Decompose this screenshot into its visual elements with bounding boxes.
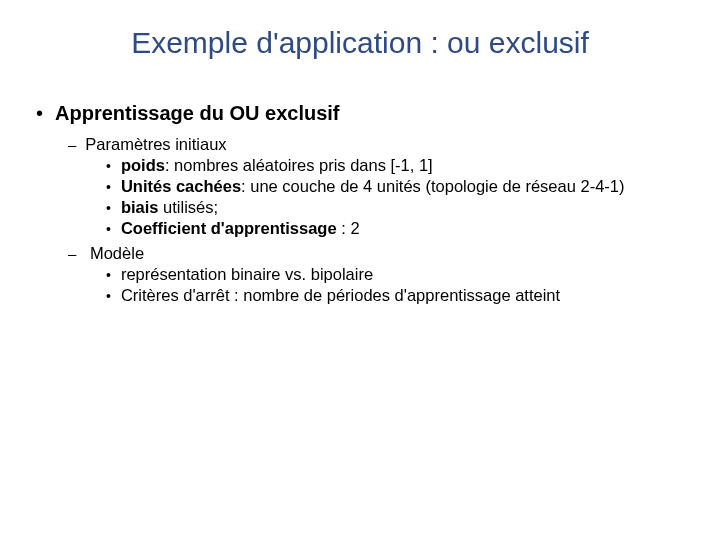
bullet-level3: • Unités cachées: une couche de 4 unités… [106,177,690,196]
bold-term: Coefficient d'apprentissage [121,219,337,237]
bullet-level3: • Coefficient d'apprentissage : 2 [106,219,690,238]
sub2-text: représentation binaire vs. bipolaire [121,265,373,284]
bullet-level3: • biais utilisés; [106,198,690,217]
dash-bullet: – [68,245,76,262]
sub2-text: biais utilisés; [121,198,218,217]
sub2-text: Critères d'arrêt : nombre de périodes d'… [121,286,560,305]
rest-text: : nombres aléatoires pris dans [-1, 1] [165,156,433,174]
bullet-level3: • représentation binaire vs. bipolaire [106,265,690,284]
bullet-level2: – Paramètres initiaux [68,135,690,154]
dot-bullet: • [106,180,111,194]
bold-term: biais [121,198,159,216]
rest-text: : une couche de 4 unités (topologie de r… [241,177,624,195]
bold-term: poids [121,156,165,174]
sub2-text: poids: nombres aléatoires pris dans [-1,… [121,156,433,175]
rest-text: : 2 [337,219,360,237]
sub2-text: Unités cachées: une couche de 4 unités (… [121,177,625,196]
dot-bullet: • [106,289,111,303]
bullet-dot: • [36,103,43,123]
slide-title: Exemple d'application : ou exclusif [30,26,690,60]
sub2-text: Coefficient d'apprentissage : 2 [121,219,360,238]
dot-bullet: • [106,222,111,236]
dot-bullet: • [106,268,111,282]
sub1b-text: Modèle [90,244,144,262]
sub1a-label: Paramètres initiaux [85,135,226,154]
dot-bullet: • [106,201,111,215]
bullet-heading: Apprentissage du OU exclusif [55,102,340,125]
rest-text: utilisés; [159,198,219,216]
sub1b-label: Modèle [85,244,144,263]
bullet-level3: • poids: nombres aléatoires pris dans [-… [106,156,690,175]
dot-bullet: • [106,159,111,173]
dash-bullet: – [68,136,76,153]
bullet-level3: • Critères d'arrêt : nombre de périodes … [106,286,690,305]
bullet-level2: – Modèle [68,244,690,263]
bullet-level1: • Apprentissage du OU exclusif [36,102,690,125]
bold-term: Unités cachées [121,177,241,195]
